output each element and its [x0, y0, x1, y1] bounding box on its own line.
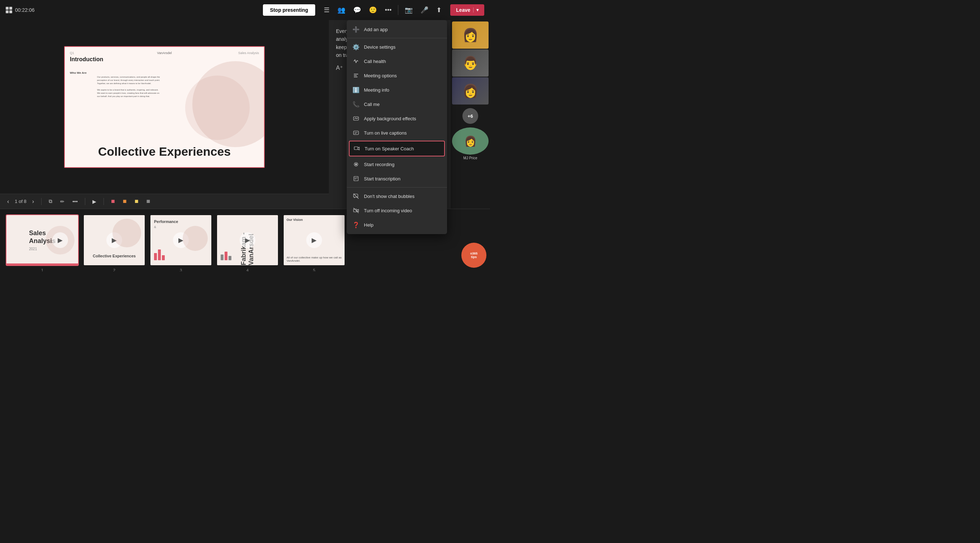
thumb-4-video-icon: ▶	[240, 232, 255, 248]
slide-title: Introduction	[70, 56, 103, 63]
call-health-icon	[352, 58, 360, 65]
thumb-2-circle	[113, 219, 141, 247]
top-controls: ☰ 👥 💬 🙂 ••• 📷 🎤 ⬆	[321, 4, 444, 16]
thumb-5-video-icon: ▶	[306, 232, 322, 248]
call-me-icon: 📞	[352, 101, 360, 108]
dark-marker-button[interactable]: ■	[144, 196, 153, 206]
start-recording-label: Start recording	[364, 162, 395, 167]
slide-divider-3	[103, 198, 104, 205]
turn-off-video-icon	[352, 207, 360, 214]
help-label: Help	[364, 222, 374, 228]
participant-video-1: 👩	[452, 21, 488, 49]
thumbnail-5[interactable]: Our Vision ▶ All of our collective make …	[283, 214, 345, 266]
menu-item-meeting-info[interactable]: ℹ️ Meeting info	[347, 83, 447, 97]
menu-item-device-settings[interactable]: ⚙️ Device settings	[347, 40, 447, 54]
thumb-3-bar-2	[158, 249, 161, 260]
svg-rect-2	[354, 147, 358, 149]
menu-item-help[interactable]: ❓ Help	[347, 218, 447, 232]
menu-item-live-captions[interactable]: Turn on live captions	[347, 125, 447, 140]
thumb-1-pink-bar	[6, 264, 78, 265]
leave-chevron-icon[interactable]: ▾	[473, 8, 479, 13]
help-icon: ❓	[352, 221, 360, 229]
thumb-2-number: 2	[113, 268, 115, 272]
microphone-button[interactable]: 🎤	[418, 4, 431, 16]
camera-button[interactable]: 📷	[402, 4, 415, 16]
menu-item-start-transcription[interactable]: Start transcription	[347, 171, 447, 186]
call-me-label: Call me	[364, 102, 380, 107]
mj-price-section: 👩 MJ Price	[452, 127, 488, 160]
thumb-slide-3: Performance & ▶	[150, 215, 211, 265]
start-transcription-icon	[352, 175, 360, 182]
slide-who-we-are: Who We Are	[70, 71, 87, 75]
branding-line1: o365	[470, 252, 478, 255]
slide-divider	[41, 198, 41, 205]
slide-sales-label: Sales Analysis	[238, 51, 259, 55]
menu-item-background-effects[interactable]: Apply background effects	[347, 111, 447, 125]
chat-icon-button[interactable]: 💬	[350, 4, 364, 16]
turn-off-video-label: Turn off incoming video	[364, 208, 412, 213]
thumb-1-circle: ▶	[46, 226, 75, 254]
thumbnail-2[interactable]: ▶ Collective Experiences 2	[83, 214, 145, 266]
thumb-4-bar-2	[224, 252, 228, 260]
menu-item-call-me[interactable]: 📞 Call me	[347, 97, 447, 111]
speaker-coach-icon	[353, 145, 360, 152]
menu-item-add-app[interactable]: ➕ Add an app	[347, 22, 447, 37]
no-chat-bubbles-icon	[352, 192, 360, 200]
orange-marker-button[interactable]: ■	[121, 196, 129, 206]
thumb-3-number: 3	[180, 268, 182, 272]
thumbnail-2-inner: ▶ Collective Experiences	[83, 214, 145, 266]
slide-container: Q1 VanArsdel Sales Analysis Introduction…	[0, 20, 329, 194]
menu-icon-button[interactable]: ☰	[321, 4, 332, 16]
menu-item-turn-off-video[interactable]: Turn off incoming video	[347, 203, 447, 218]
add-app-icon: ➕	[352, 26, 360, 33]
slide-body-text: Our products, services, communications, …	[97, 76, 162, 98]
reactions-icon-button[interactable]: 🙂	[366, 4, 380, 16]
thumb-2-subtitle: Collective Experiences	[93, 254, 136, 258]
mj-price-avatar: 👩	[452, 127, 488, 155]
meeting-options-label: Meeting options	[364, 73, 397, 78]
thumbnail-1[interactable]: SalesAnalysis 2021 ▶ 1	[6, 214, 79, 266]
annotation-button[interactable]: ✏	[58, 197, 67, 206]
app-icon-area: 00:22:06	[6, 7, 35, 13]
copy-slide-button[interactable]: ⧉	[46, 197, 54, 206]
play-button[interactable]: ▶	[90, 197, 99, 206]
red-marker-button[interactable]: ■	[109, 196, 117, 206]
no-chat-bubbles-label: Don't show chat bubbles	[364, 194, 414, 199]
text-increase-button[interactable]: A⁺	[336, 64, 343, 71]
participant-video-2: 👨	[452, 49, 488, 76]
thumbnail-3[interactable]: Performance & ▶ 3	[150, 214, 212, 266]
more-options-button[interactable]: •••	[382, 4, 395, 16]
menu-item-call-health[interactable]: Call health	[347, 54, 447, 68]
slide-controls: ‹ 1 of 8 › ⧉ ✏ ••• ▶ ■ ■ ■ ■	[0, 194, 329, 209]
svg-point-4	[355, 164, 357, 165]
stop-presenting-button[interactable]: Stop presenting	[263, 4, 315, 16]
slide-prev-button[interactable]: ‹	[5, 197, 11, 206]
thumbnail-1-inner: SalesAnalysis 2021 ▶	[6, 214, 79, 266]
meeting-info-icon: ℹ️	[352, 86, 360, 94]
thumb-slide-4: Fabrikam - VanArsdel ▶	[217, 215, 278, 265]
leave-button[interactable]: Leave ▾	[450, 4, 484, 16]
thumb-4-number: 4	[247, 268, 248, 272]
menu-item-speaker-coach[interactable]: Turn on Speaker Coach	[349, 141, 445, 156]
speaker-coach-label: Turn on Speaker Coach	[364, 146, 414, 151]
more-participants-button[interactable]: +6	[463, 108, 478, 124]
thumbnail-4[interactable]: Fabrikam - VanArsdel ▶ 4	[216, 214, 279, 266]
menu-item-start-recording[interactable]: Start recording	[347, 157, 447, 171]
top-bar: 00:22:06 Stop presenting ☰ 👥 💬 🙂 ••• 📷 🎤…	[0, 0, 490, 20]
share-button[interactable]: ⬆	[433, 4, 444, 16]
menu-item-meeting-options[interactable]: Meeting options	[347, 68, 447, 83]
dropdown-menu: ➕ Add an app ⚙️ Device settings Call hea…	[347, 20, 447, 234]
menu-item-no-chat-bubbles[interactable]: Don't show chat bubbles	[347, 189, 447, 203]
participants-icon-button[interactable]: 👥	[334, 4, 348, 16]
add-app-label: Add an app	[364, 27, 388, 32]
slide-area: Q1 VanArsdel Sales Analysis Introduction…	[0, 20, 329, 209]
thumbnail-4-inner: Fabrikam - VanArsdel ▶	[216, 214, 279, 266]
thumb-3-bar-1	[154, 253, 157, 260]
thumb-5-number: 5	[313, 268, 315, 272]
slide-next-button[interactable]: ›	[30, 197, 36, 206]
meeting-info-label: Meeting info	[364, 87, 389, 93]
yellow-marker-button[interactable]: ■	[132, 196, 141, 206]
thumb-slide-5: Our Vision ▶ All of our collective make …	[284, 215, 345, 265]
more-slide-options[interactable]: •••	[70, 197, 80, 206]
thumb-4-bars	[221, 252, 231, 260]
